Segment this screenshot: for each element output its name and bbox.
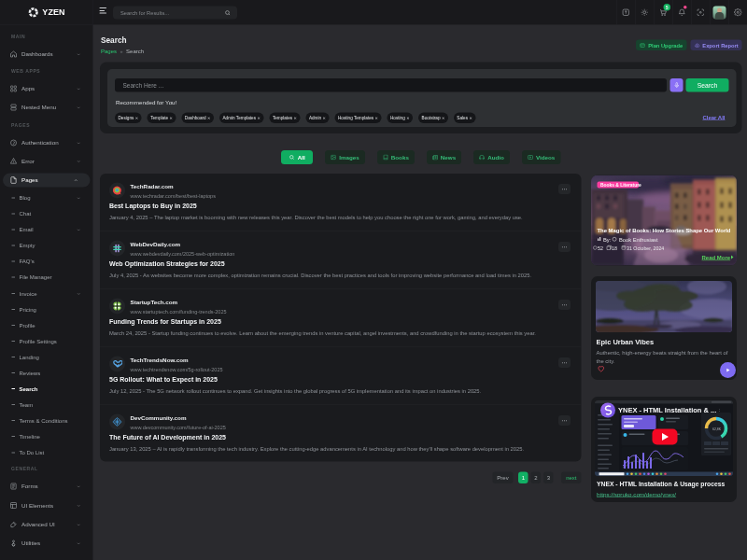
svg-text:62,8K: 62,8K xyxy=(712,427,722,431)
svg-text:31 October, 2024: 31 October, 2024 xyxy=(627,245,664,251)
svg-text:The Magic of Books: How Storie: The Magic of Books: How Stories Shape Ou… xyxy=(598,228,731,233)
svg-text:Read More: Read More xyxy=(702,255,731,260)
svg-text:Book Enthusiast: Book Enthusiast xyxy=(619,237,658,243)
svg-text:52: 52 xyxy=(598,245,603,251)
svg-text:Books & Literature: Books & Literature xyxy=(600,183,641,188)
svg-text:By:: By: xyxy=(603,237,612,243)
svg-text:18: 18 xyxy=(612,245,617,251)
